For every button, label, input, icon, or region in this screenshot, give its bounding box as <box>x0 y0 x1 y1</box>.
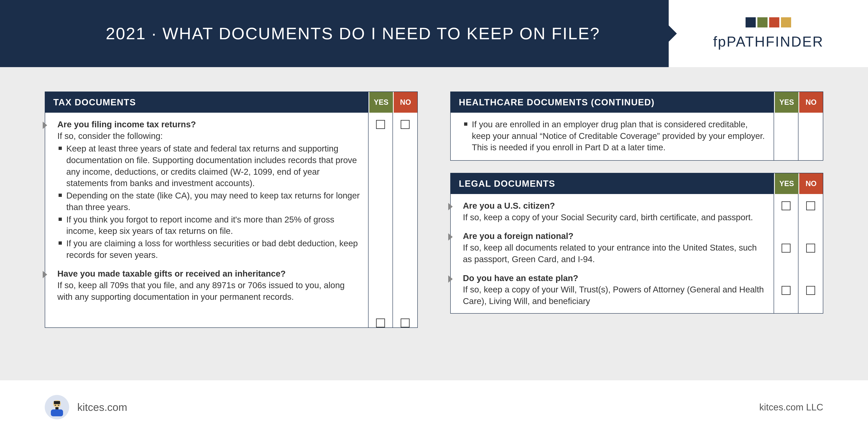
yes-column <box>774 113 799 160</box>
col-header-no: NO <box>799 92 823 113</box>
checkbox-yes[interactable] <box>376 318 385 328</box>
checkbox-no[interactable] <box>401 120 410 129</box>
bullet-item: Depending on the state (like CA), you ma… <box>57 190 360 213</box>
question-sub: If so, keep all 709s that you file, and … <box>57 280 360 303</box>
checkbox-no[interactable] <box>806 202 815 210</box>
section-healthcare: HEALTHCARE DOCUMENTS (CONTINUED) YES NO … <box>450 92 823 161</box>
left-column: TAX DOCUMENTS YES NO Are you filing inco… <box>45 92 418 364</box>
section-header: LEGAL DOCUMENTS YES NO <box>451 173 823 194</box>
footer-left: kitces.com <box>45 395 127 420</box>
bullet-list: Keep at least three years of state and f… <box>57 143 360 261</box>
question-text: Are you a U.S. citizen? <box>463 200 766 212</box>
bullet-item: Keep at least three years of state and f… <box>57 143 360 189</box>
question-text: Are you a foreign national? <box>463 230 766 242</box>
bullet-item: If you are enrolled in an employer drug … <box>463 119 766 153</box>
page-title: 2021 · WHAT DOCUMENTS DO I NEED TO KEEP … <box>106 24 600 43</box>
question-text: Are you filing income tax returns? <box>57 119 360 130</box>
no-column <box>799 113 823 160</box>
section-legal: LEGAL DOCUMENTS YES NO Are you a U.S. ci… <box>450 173 823 314</box>
yes-column <box>369 113 393 328</box>
content: TAX DOCUMENTS YES NO Are you filing inco… <box>0 67 868 380</box>
bullet-item: If you think you forgot to report income… <box>57 214 360 237</box>
question-item: Do you have an estate plan? If so, keep … <box>463 273 766 307</box>
bullet-item: If you are claiming a loss for worthless… <box>57 238 360 261</box>
question-sub: If so, keep all documents related to you… <box>463 242 766 265</box>
section-header: TAX DOCUMENTS YES NO <box>45 92 417 113</box>
col-header-no: NO <box>799 173 823 194</box>
brand-area: fpPATHFINDER <box>669 0 868 67</box>
question-sub: If so, consider the following: <box>57 130 360 142</box>
svg-rect-4 <box>56 407 59 409</box>
col-header-yes: YES <box>369 92 393 113</box>
checkbox-yes[interactable] <box>781 286 790 295</box>
title-bar: 2021 · WHAT DOCUMENTS DO I NEED TO KEEP … <box>0 0 669 67</box>
col-header-no: NO <box>393 92 417 113</box>
checkbox-no[interactable] <box>806 286 815 295</box>
section-body: Are you a U.S. citizen? If so, keep a co… <box>451 194 823 313</box>
avatar-icon <box>45 395 69 420</box>
svg-rect-3 <box>58 405 59 406</box>
col-header-yes: YES <box>774 92 799 113</box>
copyright: kitces.com LLC <box>760 402 823 413</box>
no-column <box>799 194 823 313</box>
question-column: Are you a U.S. citizen? If so, keep a co… <box>451 194 774 313</box>
question-text: Do you have an estate plan? <box>463 273 766 284</box>
checkbox-no[interactable] <box>401 318 410 328</box>
brand-name: fpPATHFINDER <box>713 34 824 50</box>
footer: kitces.com kitces.com LLC <box>0 380 868 434</box>
header: 2021 · WHAT DOCUMENTS DO I NEED TO KEEP … <box>0 0 868 67</box>
right-column: HEALTHCARE DOCUMENTS (CONTINUED) YES NO … <box>450 92 823 364</box>
question-item: Are you a foreign national? If so, keep … <box>463 230 766 265</box>
question-sub: If so, keep a copy of your Will, Trust(s… <box>463 284 766 307</box>
checkbox-yes[interactable] <box>781 244 790 253</box>
question-item: Are you filing income tax returns? If so… <box>57 119 360 261</box>
svg-rect-5 <box>51 409 63 416</box>
checkbox-yes[interactable] <box>376 120 385 129</box>
question-item: Are you a U.S. citizen? If so, keep a co… <box>463 200 766 223</box>
svg-rect-2 <box>55 405 56 406</box>
svg-rect-1 <box>54 401 60 404</box>
section-body: Are you filing income tax returns? If so… <box>45 113 417 328</box>
bullet-list: If you are enrolled in an employer drug … <box>463 119 766 153</box>
section-tax: TAX DOCUMENTS YES NO Are you filing inco… <box>45 92 418 328</box>
section-title: LEGAL DOCUMENTS <box>451 173 774 194</box>
brand-squares-icon <box>746 17 791 27</box>
checkbox-yes[interactable] <box>781 202 790 210</box>
question-text: Have you made taxable gifts or received … <box>57 268 360 280</box>
site-name: kitces.com <box>77 401 127 413</box>
no-column <box>393 113 417 328</box>
section-title: HEALTHCARE DOCUMENTS (CONTINUED) <box>451 92 774 113</box>
section-header: HEALTHCARE DOCUMENTS (CONTINUED) YES NO <box>451 92 823 113</box>
question-sub: If so, keep a copy of your Social Securi… <box>463 212 766 223</box>
section-title: TAX DOCUMENTS <box>45 92 369 113</box>
question-item: Have you made taxable gifts or received … <box>57 268 360 303</box>
section-body: If you are enrolled in an employer drug … <box>451 113 823 160</box>
col-header-yes: YES <box>774 173 799 194</box>
checkbox-no[interactable] <box>806 244 815 253</box>
yes-column <box>774 194 799 313</box>
question-column: Are you filing income tax returns? If so… <box>45 113 369 328</box>
question-column: If you are enrolled in an employer drug … <box>451 113 774 160</box>
